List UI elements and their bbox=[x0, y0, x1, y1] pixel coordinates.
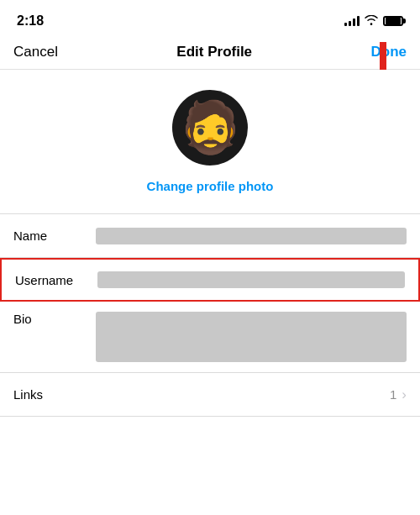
bio-row: Bio bbox=[0, 302, 420, 373]
chevron-right-icon: › bbox=[402, 386, 407, 403]
status-icons bbox=[344, 14, 403, 28]
change-photo-button[interactable]: Change profile photo bbox=[147, 179, 274, 193]
page-wrapper: 2:18 Cancel Edit Profile Done bbox=[0, 0, 420, 515]
cancel-button[interactable]: Cancel bbox=[13, 44, 58, 60]
links-count: 1 bbox=[390, 387, 396, 402]
signal-bars-icon bbox=[344, 16, 360, 26]
bio-label: Bio bbox=[13, 312, 89, 326]
links-label: Links bbox=[13, 387, 43, 402]
nav-bar: Cancel Edit Profile Done bbox=[0, 37, 420, 70]
name-label: Name bbox=[13, 229, 89, 243]
status-bar: 2:18 bbox=[0, 0, 420, 37]
avatar-image: 🧔 bbox=[179, 102, 242, 153]
links-row[interactable]: Links 1 › bbox=[0, 373, 420, 417]
battery-icon bbox=[383, 16, 403, 26]
wifi-icon bbox=[365, 14, 378, 28]
form-section: Name Username Bio Links 1 › bbox=[0, 213, 420, 417]
name-row: Name bbox=[0, 214, 420, 258]
username-row: Username bbox=[0, 258, 420, 302]
profile-section: 🧔 Change profile photo bbox=[0, 70, 420, 207]
avatar: 🧔 bbox=[172, 90, 248, 166]
username-input[interactable] bbox=[97, 271, 405, 288]
status-time: 2:18 bbox=[17, 13, 44, 29]
name-input[interactable] bbox=[96, 228, 407, 244]
bio-input[interactable] bbox=[96, 312, 407, 362]
username-label: Username bbox=[15, 273, 91, 287]
page-title: Edit Profile bbox=[176, 44, 252, 60]
